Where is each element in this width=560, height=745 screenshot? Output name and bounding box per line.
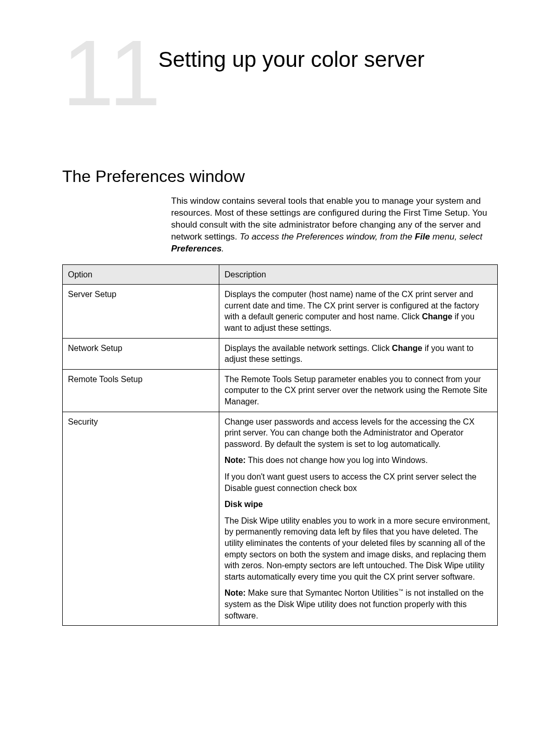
preferences-table: Option Description Server Setup Displays… <box>62 264 498 626</box>
desc-text-bold: Change <box>392 344 423 353</box>
intro-italic-2: menu, select <box>430 232 482 242</box>
chapter-number: 11 <box>62 31 156 115</box>
security-p3: If you don't want guest users to access … <box>225 471 492 494</box>
chapter-title: Setting up your color server <box>158 31 425 74</box>
table-header-row: Option Description <box>63 264 498 285</box>
description-cell: Displays the available network settings.… <box>219 338 498 369</box>
security-p5: The Disk Wipe utility enables you to wor… <box>225 515 492 583</box>
table-row: Security Change user passwords and acces… <box>63 412 498 626</box>
description-cell: Displays the computer (host name) name o… <box>219 285 498 338</box>
description-cell: The Remote Tools Setup parameter enables… <box>219 369 498 412</box>
note-label: Note: <box>225 456 246 465</box>
header-option: Option <box>63 264 219 285</box>
intro-italic-3: . <box>221 244 224 254</box>
disk-wipe-heading: Disk wipe <box>225 499 492 510</box>
table-row: Network Setup Displays the available net… <box>63 338 498 369</box>
option-cell: Network Setup <box>63 338 219 369</box>
chapter-header: 11 Setting up your color server <box>62 31 498 115</box>
option-cell: Server Setup <box>63 285 219 338</box>
security-p1: Change user passwords and access levels … <box>225 416 492 450</box>
table-row: Remote Tools Setup The Remote Tools Setu… <box>63 369 498 412</box>
intro-bold-file: File <box>415 232 430 242</box>
option-cell: Remote Tools Setup <box>63 369 219 412</box>
desc-text-pre: Displays the available network settings.… <box>225 344 392 353</box>
intro-bold-preferences: Preferences <box>171 244 221 254</box>
note-text-pre: Make sure that Symantec Norton Utilities <box>246 588 398 597</box>
section-heading: The Preferences window <box>62 167 498 186</box>
security-p6: Note: Make sure that Symantec Norton Uti… <box>225 587 492 621</box>
trademark-symbol: ™ <box>398 588 403 594</box>
option-cell: Security <box>63 412 219 626</box>
intro-italic-1: To access the Preferences window, from t… <box>240 232 415 242</box>
note-text: This does not change how you log into Wi… <box>246 456 428 465</box>
desc-text-bold: Change <box>422 312 453 321</box>
header-description: Description <box>219 264 498 285</box>
security-p2: Note: This does not change how you log i… <box>225 455 492 466</box>
description-cell: Change user passwords and access levels … <box>219 412 498 626</box>
intro-paragraph: This window contains several tools that … <box>171 195 498 255</box>
table-row: Server Setup Displays the computer (host… <box>63 285 498 338</box>
note-label: Note: <box>225 588 246 597</box>
